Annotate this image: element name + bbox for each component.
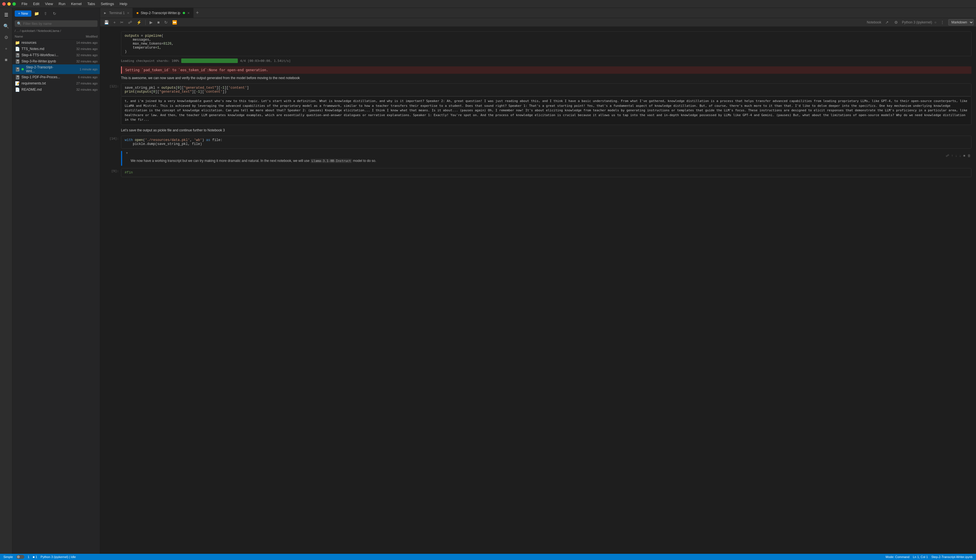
file-name-label: resources	[22, 41, 62, 45]
file-list-item[interactable]: 📓 Step-3-Re-Writer.ipynb 32 minutes ago	[12, 58, 100, 64]
cell-pipeline-code[interactable]: outputs = pipeline( messages, max_new_to…	[121, 32, 971, 56]
tab-notebook[interactable]: ■ Step-2-Transcript-Writer.ip ⬤ ×	[133, 8, 193, 18]
cell-9-row: [9]: #fin	[105, 168, 971, 177]
file-type-icon: 📓	[15, 59, 20, 63]
active-dot	[22, 68, 24, 70]
file-list-item[interactable]: 📝 requirements.txt 27 minutes ago	[12, 80, 100, 87]
move-down-button[interactable]: ↓	[955, 153, 958, 158]
cell-type-select[interactable]: Markdown Code Raw	[948, 19, 974, 25]
file-list-item[interactable]: 📓 Step-2-Transcript-Writ... 1 minute ago	[12, 64, 100, 74]
upload-button[interactable]: ⇧	[42, 10, 50, 18]
col-name-header: Name	[15, 35, 64, 38]
fast-forward-button[interactable]: ⏩	[170, 19, 179, 25]
sidebar-icon-git[interactable]: ⚬	[2, 44, 11, 53]
file-type-icon: 📄	[15, 87, 20, 92]
new-tab-button[interactable]: +	[193, 9, 201, 17]
clear-cell-button[interactable]: ■	[963, 153, 966, 158]
kernel-menu-button[interactable]: ⋮	[939, 19, 946, 25]
file-list-item[interactable]: 📄 TTS_Notes.md 32 minutes ago	[12, 46, 100, 52]
search-input[interactable]	[23, 22, 95, 26]
save-button[interactable]: 💾	[102, 19, 110, 25]
minimize-window-button[interactable]	[7, 2, 11, 6]
menu-kernel[interactable]: Kernel	[69, 1, 84, 7]
cut-button[interactable]: ✂	[119, 19, 125, 25]
cell-pipeline-row: outputs = pipeline( messages, max_new_to…	[105, 32, 971, 56]
copy-cell-button[interactable]: ☍	[945, 153, 950, 158]
sidebar-icon-debug[interactable]: ■	[2, 55, 11, 64]
move-up-button[interactable]: ↑	[951, 153, 954, 158]
file-modified-label: 27 minutes ago	[64, 82, 97, 85]
cell-14-code[interactable]: with open('./resources/data.pkl', 'wb') …	[121, 136, 971, 148]
tab-terminal-close[interactable]: ×	[127, 11, 129, 15]
kernel-status-icon: ○	[934, 20, 936, 24]
text-output-1: This is awesome, we can now save and ver…	[121, 75, 971, 81]
delete-cell-button[interactable]: 🗑	[967, 153, 971, 158]
text-output-2: Let's save the output as pickle file and…	[121, 127, 971, 133]
menu-edit[interactable]: Edit	[31, 1, 42, 7]
menu-settings[interactable]: Settings	[99, 1, 116, 7]
menu-view[interactable]: View	[43, 1, 55, 7]
maximize-window-button[interactable]	[12, 2, 16, 6]
markdown-inner: ▼ ☍ ↑ ↓ ↓	[124, 151, 971, 166]
add-cell-button[interactable]: +	[112, 19, 117, 25]
file-type-icon: 📓	[15, 67, 20, 72]
text-output-row1: This is awesome, we can now save and ver…	[105, 75, 971, 81]
cell-12-output-body: t, and i'm joined by a very knowledgeabl…	[121, 97, 971, 125]
cell-9-code[interactable]: #fin	[121, 168, 971, 177]
mode-toggle[interactable]	[17, 555, 24, 559]
tab-terminal-label: Terminal 1	[109, 11, 125, 15]
run-cell-button[interactable]: ▶	[148, 19, 154, 25]
notebook-file-icon: ■	[136, 11, 138, 15]
tab-bar: ► Terminal 1 × ■ Step-2-Transcript-Write…	[100, 8, 976, 18]
cell-14-row: [14]: with open('./resources/data.pkl', …	[105, 136, 971, 148]
progress-bar	[181, 58, 238, 63]
file-type-icon: 📓	[15, 75, 20, 79]
cell-markdown-num	[105, 151, 119, 152]
collapse-button[interactable]: ▼	[124, 151, 129, 155]
search-icon: 🔍	[17, 22, 22, 26]
file-list-item[interactable]: 📓 Step-4-TTS-Workflow.i... 32 minutes ag…	[12, 52, 100, 58]
new-folder-button[interactable]: + New	[15, 10, 32, 17]
open-folder-button[interactable]: 📁	[32, 10, 40, 18]
stop-button[interactable]: ■	[155, 19, 161, 25]
sidebar-icon-search[interactable]: 🔍	[2, 22, 11, 30]
menu-help[interactable]: Help	[117, 1, 129, 7]
toolbar-right: Notebook ↗ ⚙ Python 3 (ipykernel) ○ ⋮ Ma…	[867, 19, 974, 25]
settings-button[interactable]: ⚙	[892, 19, 900, 25]
progress-info: 4/4 [00:03<00:00, 1.54it/s]	[240, 59, 291, 63]
menu-run[interactable]: Run	[56, 1, 68, 7]
file-list-item[interactable]: 📓 Step-1 PDF-Pre-Proces... 6 minutes ago	[12, 74, 100, 80]
tab-notebook-close[interactable]: ×	[187, 11, 190, 15]
copy-button[interactable]: ☍	[126, 19, 134, 25]
toggle-thumb	[17, 555, 20, 558]
menu-file[interactable]: File	[19, 1, 30, 7]
cell-12: [12]: save_string_pkl = outputs[0]["gene…	[105, 83, 971, 125]
sidebar-icon-files[interactable]: ☰	[2, 10, 11, 19]
file-modified-label: 32 minutes ago	[64, 60, 97, 63]
scrollable-output[interactable]: t, and i'm joined by a very knowledgeabl…	[121, 97, 971, 125]
file-modified-label: 32 minutes ago	[64, 88, 97, 91]
text-output-body1: This is awesome, we can now save and ver…	[121, 75, 971, 81]
terminal-icon: ►	[104, 11, 107, 15]
tab-terminal[interactable]: ► Terminal 1 ×	[100, 8, 133, 18]
file-list-item[interactable]: 📁 resources 14 minutes ago	[12, 40, 100, 46]
notebook-popout-button[interactable]: ↗	[884, 19, 890, 25]
file-modified-label: 14 minutes ago	[64, 41, 97, 44]
main-content: ► Terminal 1 × ■ Step-2-Transcript-Write…	[100, 8, 976, 554]
cell-text-before-14: Let's save the output as pickle file and…	[105, 127, 971, 133]
file-type-icon: 📁	[15, 40, 20, 45]
menu-tabs[interactable]: Tabs	[85, 1, 97, 7]
download-cell-button[interactable]: ↓	[959, 153, 962, 158]
file-list-item[interactable]: 📄 README.md 32 minutes ago	[12, 87, 100, 93]
simple-label: Simple	[3, 555, 13, 558]
selected-count: ■ 1	[33, 555, 37, 558]
refresh-button[interactable]: ↻	[51, 10, 58, 18]
paste-button[interactable]: ⚡	[135, 19, 143, 25]
restart-button[interactable]: ↻	[162, 19, 169, 25]
sidebar-icon-extensions[interactable]: ⚙	[2, 33, 11, 42]
file-type-icon: 📄	[15, 47, 20, 51]
close-window-button[interactable]	[2, 2, 6, 6]
file-list-header: Name Modified	[12, 33, 100, 40]
cell-12-code[interactable]: save_string_pkl = outputs[0]["generated_…	[121, 83, 971, 97]
file-type-icon: 📓	[15, 53, 20, 57]
